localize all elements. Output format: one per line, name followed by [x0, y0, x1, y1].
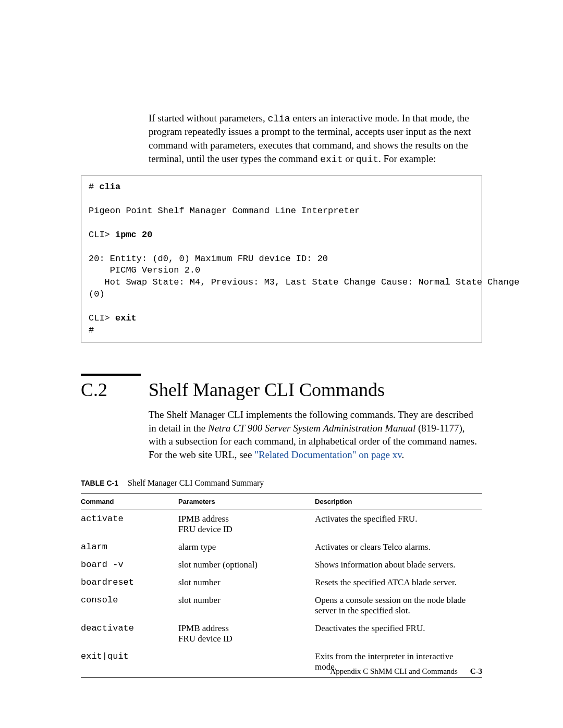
table-row: board -v slot number (optional) Shows in… — [81, 556, 482, 574]
table-row: boardreset slot number Resets the specif… — [81, 574, 482, 591]
table-row: alarm alarm type Activates or clears Tel… — [81, 538, 482, 556]
related-documentation-link[interactable]: "Related Documentation" on page xv — [254, 449, 401, 460]
footer-text: Appendix C ShMM CLI and Commands — [330, 667, 458, 675]
section-number: C.2 — [81, 379, 149, 401]
cmd-cell: board -v — [81, 556, 178, 574]
param-cell: IPMB addressFRU device ID — [178, 620, 315, 648]
code-l10: (0) — [89, 289, 105, 299]
table-row: deactivate IPMB addressFRU device ID Dea… — [81, 620, 482, 648]
table-caption: TABLE C-1Shelf Manager CLI Command Summa… — [81, 478, 482, 488]
code-l5a: CLI> — [89, 230, 115, 240]
intro-paragraph: If started without parameters, clia ente… — [149, 112, 482, 166]
section-rule — [81, 374, 141, 376]
code-l12b: exit — [115, 313, 137, 323]
section-paragraph: The Shelf Manager CLI implements the fol… — [149, 408, 482, 462]
table-row: activate IPMB addressFRU device ID Activ… — [81, 510, 482, 538]
code-l5b: ipmc 20 — [115, 230, 152, 240]
desc-cell: Shows information about blade servers. — [315, 556, 482, 574]
table-header-row: Command Parameters Description — [81, 493, 482, 510]
cmd-cell: boardreset — [81, 574, 178, 591]
section-p-ital: Netra CT 900 Server System Administratio… — [208, 423, 415, 434]
code-l8: PICMG Version 2.0 — [89, 265, 200, 275]
desc-cell: Activates or clears Telco alarms. — [315, 538, 482, 556]
th-parameters: Parameters — [178, 493, 315, 510]
cmd-cell: alarm — [81, 538, 178, 556]
code-example-box: # clia Pigeon Point Shelf Manager Comman… — [81, 176, 482, 342]
section-title: Shelf Manager CLI Commands — [149, 379, 385, 401]
cmd-cell: console — [81, 591, 178, 620]
code-l1a: # — [89, 182, 99, 192]
code-l1b: clia — [99, 182, 120, 192]
param-cell: slot number — [178, 574, 315, 591]
th-description: Description — [315, 493, 482, 510]
intro-clia-code: clia — [267, 114, 290, 124]
intro-quit-code: quit — [356, 154, 378, 165]
param-cell: slot number (optional) — [178, 556, 315, 574]
code-l12a: CLI> — [89, 313, 115, 323]
page: If started without parameters, clia ente… — [0, 0, 563, 728]
intro-tail: . For example: — [378, 153, 436, 164]
th-command: Command — [81, 493, 178, 510]
section-heading: C.2 Shelf Manager CLI Commands — [81, 379, 482, 401]
param-cell: alarm type — [178, 538, 315, 556]
intro-exit-code: exit — [320, 154, 342, 165]
cmd-cell: activate — [81, 510, 178, 538]
footer-page-number: C-3 — [470, 667, 482, 675]
cmd-cell: deactivate — [81, 620, 178, 648]
section-p-end: . — [401, 449, 404, 460]
code-l3: Pigeon Point Shelf Manager Command Line … — [89, 206, 360, 216]
cmd-cell: exit|quit — [81, 648, 178, 678]
code-l7: 20: Entity: (d0, 0) Maximum FRU device I… — [89, 254, 328, 264]
param-cell: slot number — [178, 591, 315, 620]
desc-cell: Deactivates the specified FRU. — [315, 620, 482, 648]
intro-text-1: If started without parameters, — [149, 113, 267, 124]
code-l13: # — [89, 325, 94, 335]
cli-command-table: Command Parameters Description activate … — [81, 493, 482, 678]
param-cell: IPMB addressFRU device ID — [178, 510, 315, 538]
intro-or: or — [342, 153, 356, 164]
page-footer: Appendix C ShMM CLI and Commands C-3 — [330, 667, 482, 676]
desc-cell: Resets the specified ATCA blade server. — [315, 574, 482, 591]
table-caption-label: TABLE C-1 — [81, 479, 118, 487]
desc-cell: Opens a console session on the node blad… — [315, 591, 482, 620]
param-cell — [178, 648, 315, 678]
table-caption-text: Shelf Manager CLI Command Summary — [128, 478, 264, 487]
desc-cell: Activates the specified FRU. — [315, 510, 482, 538]
table-row: console slot number Opens a console sess… — [81, 591, 482, 620]
code-l9: Hot Swap State: M4, Previous: M3, Last S… — [89, 277, 519, 287]
